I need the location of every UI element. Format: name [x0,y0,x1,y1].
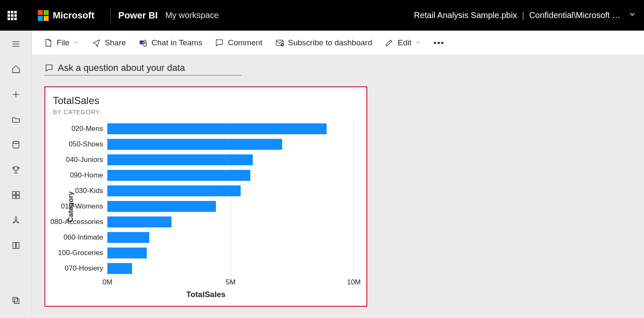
qa-placeholder: Ask a question about your data [58,63,185,73]
category-label: 080-Accessories [40,218,103,226]
dashboard-canvas: Ask a question about your data TotalSale… [32,55,644,318]
bar[interactable] [107,154,253,165]
tile-subtitle: BY CATEGORY [53,108,359,115]
tile-title: TotalSales [53,95,359,107]
comment-button[interactable]: Comment [215,38,262,47]
category-label: 050-Shoes [40,140,103,149]
chevron-down-icon [73,38,79,47]
comment-label: Comment [228,38,262,47]
qa-input[interactable]: Ask a question about your data [44,63,242,76]
folder-icon[interactable] [11,115,21,125]
svg-rect-12 [13,297,17,302]
subscribe-label: Subscribe to dashboard [288,38,372,47]
global-header: Microsoft Power BI My workspace Retail A… [0,0,644,31]
svg-text:T: T [140,40,143,44]
svg-rect-11 [16,195,19,198]
gridline [354,121,354,275]
category-label: 020-Mens [40,125,103,133]
left-nav-rail [0,31,32,318]
workspace-breadcrumb[interactable]: My workspace [165,10,219,20]
divider [110,8,111,23]
chat-teams-button[interactable]: T Chat in Teams [138,38,202,47]
svg-rect-13 [14,299,19,303]
product-label[interactable]: Power BI [118,10,158,21]
svg-rect-9 [16,192,19,195]
learn-icon[interactable] [11,240,21,250]
bar[interactable] [107,263,132,274]
file-menu[interactable]: File [44,38,79,47]
app-launcher-icon[interactable] [8,11,17,20]
more-options-button[interactable]: ••• [434,38,444,47]
category-label: 070-Hosiery [40,264,103,273]
chevron-down-icon [415,38,421,47]
separator: | [522,10,524,20]
microsoft-logo-icon [38,10,49,21]
bar[interactable] [107,216,171,227]
horizontal-bar-chart: Category 020-Mens050-Shoes040-Juniors090… [53,121,359,300]
sensitivity-label[interactable]: Confidential\Microsoft … [529,10,621,20]
bar[interactable] [107,185,241,196]
bar[interactable] [107,201,216,212]
chart-tile[interactable]: TotalSales BY CATEGORY Category 020-Mens… [44,86,367,307]
x-axis-label: TotalSales [186,290,226,299]
workspaces-icon[interactable] [11,295,21,305]
category-label: 090-Home [40,171,103,180]
svg-point-5 [13,141,19,144]
category-label: 060-Intimate [40,233,103,242]
ellipsis-icon: ••• [434,38,444,47]
share-label: Share [105,38,126,47]
x-tick: 10M [347,278,361,287]
svg-rect-10 [12,195,15,198]
brand-label: Microsoft [53,10,94,21]
bar[interactable] [107,248,147,258]
share-button[interactable]: Share [92,38,126,47]
svg-rect-8 [12,192,15,195]
category-label: 100-Groceries [40,249,103,257]
hamburger-icon[interactable] [11,39,21,49]
file-name-label[interactable]: Retail Analysis Sample.pbix [414,10,517,20]
plus-icon[interactable] [11,89,21,99]
bar[interactable] [107,170,250,181]
bar[interactable] [107,232,149,243]
chat-teams-label: Chat in Teams [151,38,202,47]
chevron-down-icon[interactable] [628,10,636,21]
edit-label: Edit [397,38,411,47]
subscribe-button[interactable]: Subscribe to dashboard [275,38,372,47]
apps-icon[interactable] [11,190,21,200]
bar[interactable] [107,139,282,150]
file-label: File [57,38,70,47]
edit-button[interactable]: Edit [384,38,421,47]
category-label: 010-Womens [40,202,103,211]
command-bar: File Share T Chat in Teams Comment Subsc… [32,31,644,55]
bar[interactable] [107,123,327,134]
category-label: 030-Kids [40,187,103,195]
data-icon[interactable] [11,140,21,150]
deploy-icon[interactable] [11,215,21,225]
home-icon[interactable] [11,64,21,74]
svg-point-16 [144,40,146,42]
category-label: 040-Juniors [40,156,103,164]
trophy-icon[interactable] [11,165,21,175]
x-tick: 0M [102,278,112,287]
x-tick: 5M [226,278,236,287]
